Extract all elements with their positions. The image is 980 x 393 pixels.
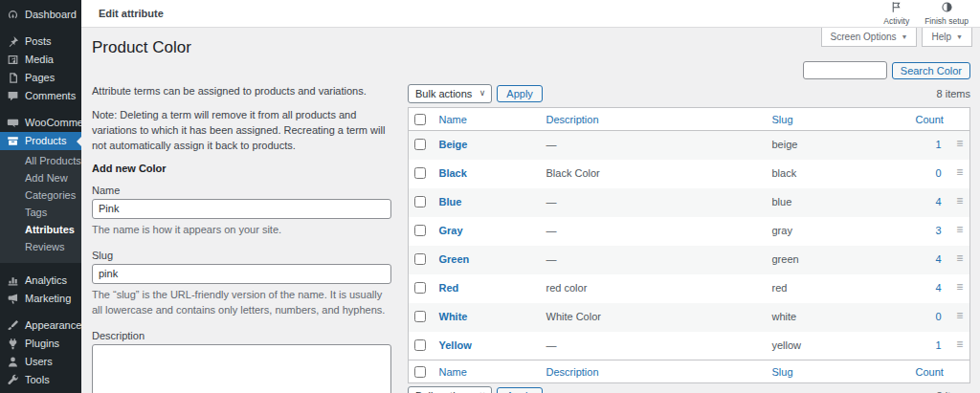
bulk-actions-select[interactable]: Bulk actions ∨: [408, 386, 492, 393]
term-slug: yellow: [772, 339, 802, 351]
sidebar-subitem-categories[interactable]: Categories: [0, 187, 81, 205]
sidebar-subitem-tags[interactable]: Tags: [0, 205, 81, 222]
activity-button[interactable]: Activity: [883, 1, 909, 26]
dashboard-icon: [7, 9, 19, 21]
sort-description-header[interactable]: Description: [546, 366, 599, 378]
row-checkbox[interactable]: [414, 139, 426, 150]
sidebar-subitem-add-new[interactable]: Add New: [0, 170, 81, 187]
select-all-checkbox[interactable]: [414, 366, 426, 378]
name-label: Name: [92, 185, 391, 196]
help-button[interactable]: Help ▼: [922, 28, 972, 47]
term-slug: gray: [772, 225, 792, 236]
row-checkbox[interactable]: [414, 311, 426, 322]
sidebar-item-label: Analytics: [25, 274, 67, 287]
term-description: —: [546, 339, 557, 351]
sort-slug-header[interactable]: Slug: [772, 114, 793, 125]
tablenav-top: Bulk actions ∨ Apply 8 items: [408, 84, 970, 103]
search-input[interactable]: [803, 61, 887, 79]
sidebar-subitem-reviews[interactable]: Reviews: [0, 239, 81, 256]
bulk-actions-select[interactable]: Bulk actions ∨: [408, 84, 492, 103]
term-slug: red: [772, 282, 788, 294]
term-count-link[interactable]: 4: [916, 196, 942, 207]
term-name-link[interactable]: Beige: [439, 139, 468, 150]
term-name-link[interactable]: Yellow: [439, 339, 472, 351]
name-input[interactable]: [92, 199, 391, 219]
sidebar-subitem-attributes[interactable]: Attributes: [0, 222, 81, 239]
row-checkbox[interactable]: [414, 225, 426, 236]
drag-handle-icon[interactable]: ≡: [956, 167, 965, 177]
term-description: red color: [546, 282, 588, 294]
sidebar-item-users[interactable]: Users: [0, 353, 81, 371]
sort-count-header[interactable]: Count: [916, 366, 944, 378]
sort-name-header[interactable]: Name: [439, 366, 467, 378]
admin-sidebar: DashboardPostsMediaPagesCommentsWooComme…: [0, 0, 81, 393]
sort-count-header[interactable]: Count: [916, 114, 944, 125]
flag-icon: [890, 1, 902, 15]
finish-setup-button[interactable]: Finish setup: [924, 1, 969, 26]
sort-description-header[interactable]: Description: [546, 114, 599, 125]
drag-handle-icon[interactable]: ≡: [956, 196, 965, 206]
apply-button[interactable]: Apply: [497, 387, 543, 393]
drag-handle-icon[interactable]: ≡: [956, 339, 965, 349]
term-name-link[interactable]: Gray: [439, 225, 463, 236]
term-name-link[interactable]: Red: [439, 282, 459, 294]
row-checkbox[interactable]: [414, 253, 426, 265]
sidebar-item-comments[interactable]: Comments: [0, 87, 81, 105]
sidebar-item-label: Dashboard: [25, 9, 77, 21]
sidebar-item-tools[interactable]: Tools: [0, 371, 81, 389]
slug-input[interactable]: [92, 264, 391, 284]
woocommerce-admin-app: DashboardPostsMediaPagesCommentsWooComme…: [0, 0, 980, 393]
row-checkbox[interactable]: [414, 167, 426, 179]
term-count-link[interactable]: 0: [916, 311, 942, 322]
sidebar-item-analytics[interactable]: Analytics: [0, 272, 81, 290]
sidebar-item-media[interactable]: Media: [0, 51, 81, 69]
term-slug: white: [772, 311, 797, 322]
sidebar-item-settings[interactable]: Settings: [0, 389, 81, 393]
row-checkbox[interactable]: [414, 339, 426, 351]
sidebar-subitem-all-products[interactable]: All Products: [0, 153, 81, 170]
products-submenu: All ProductsAdd NewCategoriesTagsAttribu…: [0, 150, 81, 263]
term-name-link[interactable]: Blue: [439, 196, 462, 207]
term-count-link[interactable]: 4: [916, 253, 942, 265]
sidebar-item-posts[interactable]: Posts: [0, 33, 81, 51]
term-name-link[interactable]: Black: [439, 167, 467, 179]
row-checkbox[interactable]: [414, 282, 426, 294]
sidebar-item-woocommerce[interactable]: WooCommerce: [0, 114, 81, 132]
term-count-link[interactable]: 1: [916, 139, 942, 150]
term-count-link[interactable]: 1: [916, 339, 942, 351]
contrast-circle-icon: [941, 1, 953, 15]
sidebar-item-plugins[interactable]: Plugins: [0, 335, 81, 353]
help-label: Help: [931, 32, 951, 42]
sidebar-item-pages[interactable]: Pages: [0, 69, 81, 87]
term-count-link[interactable]: 3: [916, 225, 942, 236]
sidebar-item-marketing[interactable]: Marketing: [0, 290, 81, 308]
drag-handle-icon[interactable]: ≡: [956, 225, 965, 234]
sidebar-item-appearance[interactable]: Appearance: [0, 317, 81, 335]
drag-handle-icon[interactable]: ≡: [956, 282, 965, 292]
term-count-link[interactable]: 4: [916, 282, 942, 294]
apply-button[interactable]: Apply: [497, 85, 543, 102]
sort-slug-header[interactable]: Slug: [772, 366, 793, 378]
sort-name-header[interactable]: Name: [439, 114, 467, 125]
screen-options-button[interactable]: Screen Options ▼: [821, 28, 918, 47]
description-label: Description: [92, 330, 391, 341]
term-name-link[interactable]: White: [439, 311, 468, 322]
term-count-link[interactable]: 0: [916, 167, 942, 179]
terms-table-panel: Search Color Bulk actions ∨ Apply 8 item…: [408, 59, 970, 393]
row-checkbox[interactable]: [414, 196, 426, 207]
sidebar-item-label: Posts: [25, 35, 52, 48]
tablenav-bottom: Bulk actions ∨ Apply 8 items: [408, 386, 970, 393]
select-all-checkbox[interactable]: [414, 114, 426, 125]
term-row-beige: Beige—beige1≡: [409, 131, 970, 160]
term-name-link[interactable]: Green: [439, 253, 470, 265]
drag-handle-icon[interactable]: ≡: [956, 253, 965, 263]
term-description: —: [546, 225, 557, 236]
search-color-button[interactable]: Search Color: [892, 62, 970, 79]
intro-text: Attribute terms can be assigned to produ…: [92, 84, 391, 99]
drag-handle-icon[interactable]: ≡: [956, 311, 965, 320]
woocommerce-icon: [7, 117, 19, 129]
description-input[interactable]: [92, 344, 391, 393]
sidebar-item-products[interactable]: Products: [0, 132, 81, 150]
drag-handle-icon[interactable]: ≡: [956, 139, 965, 148]
sidebar-item-dashboard[interactable]: Dashboard: [0, 6, 81, 24]
